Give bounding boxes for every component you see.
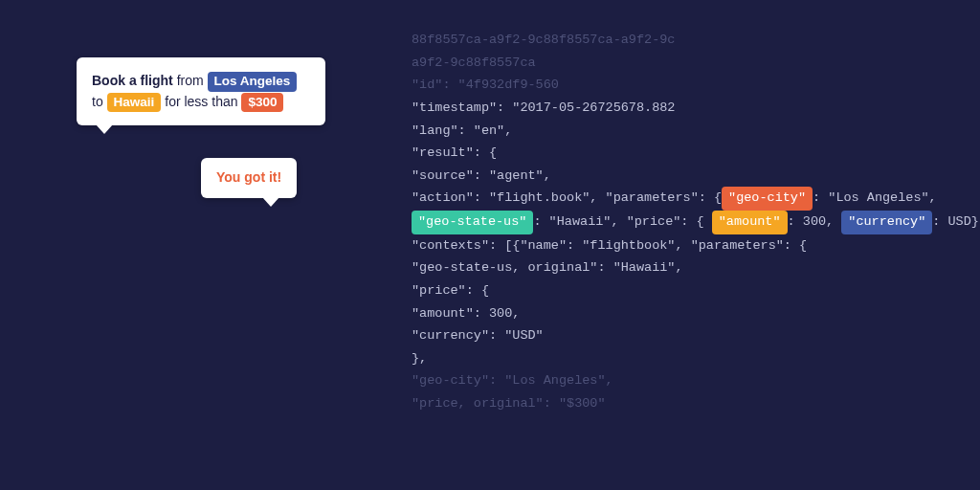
request-from-word: from <box>173 73 208 88</box>
state-tag: Hawaii <box>107 93 162 113</box>
request-mid-text: for less than <box>161 94 241 109</box>
request-to-word: to <box>92 94 107 109</box>
city-tag: Los Angeles <box>208 72 298 92</box>
request-prefix: Book a flight <box>92 73 173 88</box>
agent-reply-text: You got it! <box>216 169 281 185</box>
user-request-bubble: Book a flight from Los Angeles to Hawaii… <box>77 57 325 125</box>
code-line: }, <box>412 347 947 370</box>
code-line: "timestamp": "2017-05-26725678.882 <box>412 97 947 120</box>
chat-panel: Book a flight from Los Angeles to Hawaii… <box>77 57 325 198</box>
code-line: "lang": "en", <box>412 120 947 143</box>
code-line: "amount": 300, <box>412 302 947 325</box>
code-line: "geo-state-us, original": "Hawaii", <box>412 256 947 279</box>
code-line: a9f2-9c88f8557ca <box>412 52 947 75</box>
code-line: "price, original": "$300" <box>412 392 947 415</box>
amount-highlight: "amount" <box>712 211 788 234</box>
agent-reply-bubble: You got it! <box>201 158 297 198</box>
geo-city-highlight: "geo-city" <box>722 187 813 211</box>
code-line: "currency": "USD" <box>412 324 947 347</box>
code-line: "geo-state-us": "Hawaii", "price": { "am… <box>412 211 947 234</box>
code-line: "id": "4f932df9-560 <box>412 74 947 97</box>
code-line: "action": "flight.book", "parameters": {… <box>412 187 947 211</box>
code-line: "result": { <box>412 142 947 165</box>
code-line: 88f8557ca-a9f2-9c88f8557ca-a9f2-9c <box>412 29 947 52</box>
price-tag: $300 <box>241 93 283 113</box>
currency-highlight: "currency" <box>841 211 932 234</box>
code-line: "price": { <box>412 279 947 302</box>
geo-state-highlight: "geo-state-us" <box>412 211 533 234</box>
code-line: "geo-city": "Los Angeles", <box>412 369 947 392</box>
json-response-panel: 88f8557ca-a9f2-9c88f8557ca-a9f2-9c a9f2-… <box>412 29 947 415</box>
code-line: "contexts": [{"name": "flightbook", "par… <box>412 234 947 257</box>
code-line: "source": "agent", <box>412 165 947 188</box>
